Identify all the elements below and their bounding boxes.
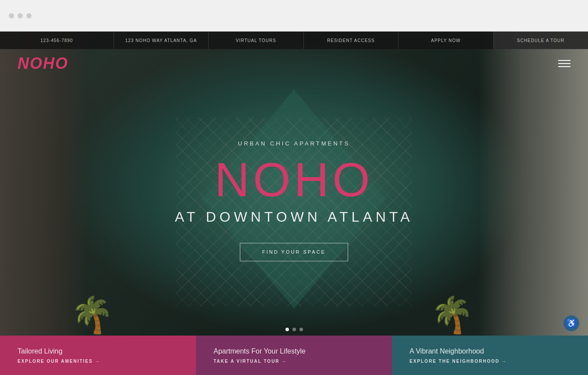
browser-dot-minimize[interactable] bbox=[18, 13, 23, 18]
bottom-cards: Tailored Living EXPLORE OUR AMENITIES Ap… bbox=[0, 336, 588, 375]
carousel-dot-3[interactable] bbox=[299, 328, 303, 331]
find-your-space-button[interactable]: FIND YOUR SPACE bbox=[240, 243, 348, 261]
carousel-dot-2[interactable] bbox=[292, 328, 296, 331]
carousel-dot-1[interactable] bbox=[285, 328, 289, 331]
hamburger-line-2 bbox=[558, 63, 570, 64]
hero-title: NOHO bbox=[141, 156, 448, 204]
card-title-3: A Vibrant Neighborhood bbox=[410, 347, 570, 355]
bottom-card-amenities[interactable]: Tailored Living EXPLORE OUR AMENITIES bbox=[0, 336, 196, 375]
carousel-dots bbox=[285, 328, 303, 331]
browser-dot-close[interactable] bbox=[9, 13, 14, 18]
apply-now-link[interactable]: APPLY NOW bbox=[399, 32, 493, 49]
browser-dot-maximize[interactable] bbox=[26, 13, 32, 18]
schedule-tour-text: SCHEDULE A TOUR bbox=[517, 38, 565, 43]
card-link-2[interactable]: TAKE A VIRTUAL TOUR bbox=[214, 359, 374, 364]
accessibility-icon: ♿ bbox=[567, 318, 576, 328]
card-title-2: Apartments For Your Lifestyle bbox=[214, 347, 374, 355]
virtual-tours-text: VIRTUAL TOURS bbox=[236, 38, 276, 43]
resident-access-text: RESIDENT ACCESS bbox=[327, 38, 375, 43]
schedule-tour-link[interactable]: SCHEDULE A TOUR bbox=[494, 32, 588, 49]
apply-now-text: APPLY NOW bbox=[431, 38, 461, 43]
browser-dots bbox=[9, 13, 32, 18]
accessibility-button[interactable]: ♿ bbox=[563, 315, 579, 331]
hero-location: AT DOWNTOWN ATLANTA bbox=[141, 209, 448, 225]
resident-access-link[interactable]: RESIDENT ACCESS bbox=[304, 32, 399, 49]
card-link-1[interactable]: EXPLORE OUR AMENITIES bbox=[18, 359, 178, 364]
card-link-3[interactable]: EXPLORE THE NEIGHBORHOOD bbox=[410, 359, 570, 364]
site-logo[interactable]: NOHO bbox=[18, 54, 68, 73]
main-nav: NOHO bbox=[0, 49, 588, 78]
hamburger-menu-button[interactable] bbox=[558, 60, 570, 67]
utility-bar: 123-456-7890 123 NOHO WAY ATLANTA, GA VI… bbox=[0, 32, 588, 49]
hamburger-line-3 bbox=[558, 66, 570, 67]
hero-section: 🌴 🌴 123-456-7890 123 NOHO WAY ATLANTA, G… bbox=[0, 32, 588, 375]
hamburger-line-1 bbox=[558, 60, 570, 61]
hero-subtitle: URBAN CHIC APARTMENTS bbox=[141, 140, 448, 147]
address-item: 123 NOHO WAY ATLANTA, GA bbox=[114, 32, 209, 49]
site-wrapper: 🌴 🌴 123-456-7890 123 NOHO WAY ATLANTA, G… bbox=[0, 32, 588, 375]
bottom-card-tours[interactable]: Apartments For Your Lifestyle TAKE A VIR… bbox=[196, 336, 392, 375]
bottom-card-neighborhood[interactable]: A Vibrant Neighborhood EXPLORE THE NEIGH… bbox=[392, 336, 588, 375]
palm-tree-right: 🌴 bbox=[430, 294, 474, 336]
browser-chrome bbox=[0, 0, 588, 32]
address-text: 123 NOHO WAY ATLANTA, GA bbox=[125, 38, 197, 43]
card-title-1: Tailored Living bbox=[18, 347, 178, 355]
phone-link[interactable]: 123-456-7890 bbox=[0, 32, 114, 49]
palm-tree-left: 🌴 bbox=[70, 294, 114, 336]
virtual-tours-link[interactable]: VIRTUAL TOURS bbox=[209, 32, 303, 49]
hero-content: URBAN CHIC APARTMENTS NOHO AT DOWNTOWN A… bbox=[141, 140, 448, 261]
phone-text: 123-456-7890 bbox=[40, 38, 73, 43]
